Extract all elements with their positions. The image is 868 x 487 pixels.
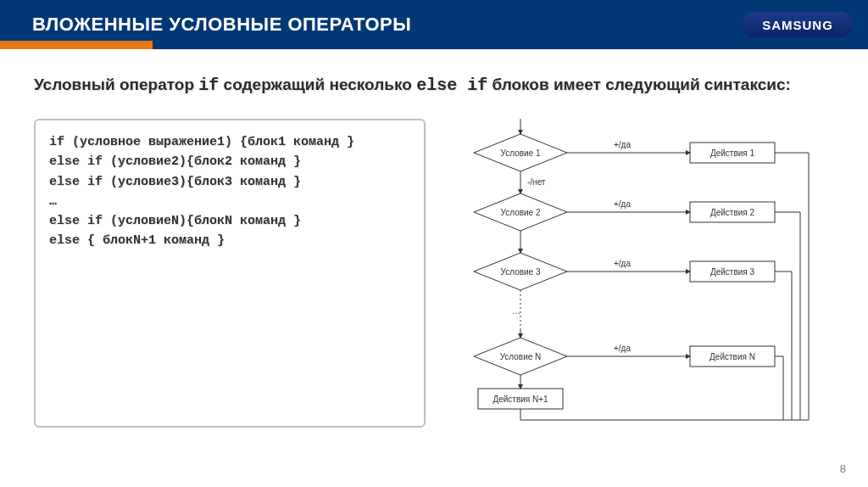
code-line: if (условное выражение1) {блок1 команд } bbox=[49, 132, 410, 152]
condition-2: Условие 2 bbox=[474, 193, 567, 231]
svg-text:+/да: +/да bbox=[614, 140, 631, 149]
svg-text:Условие 1: Условие 1 bbox=[501, 148, 541, 158]
svg-text:Действия 3: Действия 3 bbox=[710, 267, 755, 277]
header-bar: ВЛОЖЕННЫЕ УСЛОВНЫЕ ОПЕРАТОРЫ SAMSUNG bbox=[0, 0, 868, 49]
flowchart-svg: Условие 1 -/нет Условие 2 Условие 3 … bbox=[436, 119, 834, 424]
svg-text:Действия N+1: Действия N+1 bbox=[492, 395, 548, 404]
svg-text:+/да: +/да bbox=[614, 199, 631, 209]
svg-text:+/да: +/да bbox=[614, 259, 631, 268]
page-number: 8 bbox=[840, 462, 846, 475]
svg-text:+/да: +/да bbox=[614, 344, 631, 353]
svg-text:Условие 2: Условие 2 bbox=[501, 208, 541, 217]
code-line: … bbox=[49, 192, 410, 211]
svg-text:Условие 3: Условие 3 bbox=[501, 267, 541, 277]
action-n: Действия N bbox=[690, 346, 775, 367]
svg-text:Условие N: Условие N bbox=[500, 352, 542, 361]
action-1: Действия 1 bbox=[690, 143, 775, 163]
svg-text:-/нет: -/нет bbox=[527, 177, 546, 187]
condition-3: Условие 3 bbox=[474, 253, 567, 290]
code-line: else if (условиеN){блокN команд } bbox=[49, 211, 410, 231]
slide-title: ВЛОЖЕННЫЕ УСЛОВНЫЕ ОПЕРАТОРЫ bbox=[32, 14, 411, 36]
svg-text:Действия N: Действия N bbox=[709, 352, 755, 361]
svg-text:Действия 1: Действия 1 bbox=[710, 148, 755, 158]
accent-stripe bbox=[0, 41, 153, 49]
subtitle-text: Условный оператор if содержащий нескольк… bbox=[34, 73, 834, 98]
code-line: else if (условие2){блок2 команд } bbox=[49, 152, 410, 171]
code-block: if (условное выражение1) {блок1 команд }… bbox=[34, 119, 426, 428]
condition-1: Условие 1 bbox=[474, 134, 567, 171]
action-3: Действия 3 bbox=[690, 261, 775, 282]
samsung-logo: SAMSUNG bbox=[743, 12, 853, 37]
svg-text:…: … bbox=[512, 306, 520, 316]
main-row: if (условное выражение1) {блок1 команд }… bbox=[34, 119, 834, 428]
action-2: Действия 2 bbox=[690, 202, 775, 222]
code-line: else { блокN+1 команд } bbox=[49, 231, 410, 250]
condition-n: Условие N bbox=[474, 338, 567, 375]
code-line: else if (условие3){блок3 команд } bbox=[49, 172, 410, 192]
flowchart: Условие 1 -/нет Условие 2 Условие 3 … bbox=[436, 119, 834, 428]
svg-text:Действия 2: Действия 2 bbox=[710, 208, 755, 217]
action-n1: Действия N+1 bbox=[478, 389, 563, 409]
content-area: Условный оператор if содержащий нескольк… bbox=[0, 49, 868, 428]
